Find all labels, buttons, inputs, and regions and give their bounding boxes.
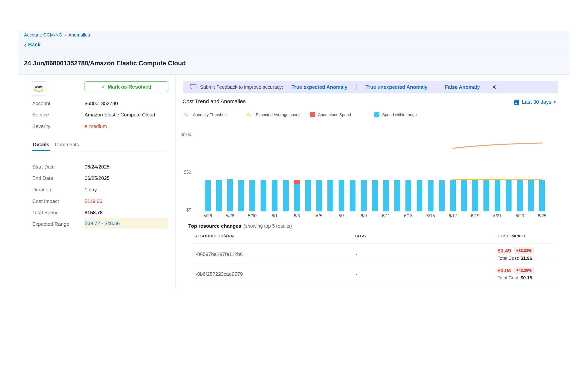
bar-6/9[interactable]: [361, 180, 367, 211]
bar-6/10[interactable]: [372, 180, 378, 211]
bar-6/6[interactable]: [328, 180, 333, 211]
legend-expected-average: Expected Average spend: [246, 112, 300, 118]
x-tick-6/19: 6/19: [466, 213, 484, 218]
active-tab-indicator: [32, 150, 50, 151]
table-divider: [192, 244, 555, 244]
bar-6/25[interactable]: [539, 180, 545, 211]
bar-6/15[interactable]: [428, 180, 434, 211]
bar-6/12[interactable]: [394, 180, 400, 211]
expected-average-line: [453, 180, 542, 180]
within-range-segment: [517, 180, 523, 211]
red-square-icon: [310, 112, 316, 118]
cost-impact-value: $119.06: [84, 198, 102, 204]
within-range-segment: [372, 180, 378, 211]
severity-label: Severity: [32, 123, 50, 129]
date-range-selector[interactable]: Last 30 days ▾: [514, 99, 556, 105]
table-row-resource-id[interactable]: i-06597ba197fe112b6: [194, 251, 243, 257]
bar-6/24[interactable]: [528, 180, 534, 211]
service-value: Amazon Elastic Compute Cloud: [84, 112, 155, 118]
x-tick-6/3: 6/3: [288, 213, 306, 218]
bar-5/29[interactable]: [238, 180, 244, 211]
x-tick-6/13: 6/13: [400, 213, 417, 218]
bar-5/31[interactable]: [260, 180, 266, 211]
mark-as-resolved-button[interactable]: ✓ Mark as Resolved: [84, 82, 168, 92]
within-range-segment: [227, 179, 233, 211]
x-tick-6/23: 6/23: [511, 213, 528, 218]
total-spend-label: Total Spend: [32, 210, 58, 216]
bar-6/4[interactable]: [305, 180, 311, 211]
true-unexpected-anomaly-button[interactable]: True unexpected Anomaly: [366, 84, 428, 90]
bar-6/1[interactable]: [272, 180, 278, 211]
y-tick-50: $50: [178, 170, 191, 175]
calendar-icon: [514, 99, 520, 105]
x-tick-6/11: 6/11: [378, 213, 395, 218]
tab-details[interactable]: Details: [32, 142, 50, 148]
bar-5/28[interactable]: [227, 179, 233, 211]
bar-6/7[interactable]: [338, 180, 344, 211]
close-icon[interactable]: ✕: [492, 84, 496, 90]
x-tick-5/30: 5/30: [244, 213, 261, 218]
bar-5/26[interactable]: [205, 180, 210, 211]
x-tick-6/15: 6/15: [422, 213, 439, 218]
column-tags: TAGS: [354, 234, 366, 238]
bar-6/13[interactable]: [406, 180, 411, 211]
start-date-label: Start Date: [32, 164, 55, 170]
table-title-text: Top resource changes: [188, 223, 241, 229]
within-range-segment: [506, 180, 512, 211]
bar-6/23[interactable]: [517, 180, 523, 211]
anomaly-detail-page: Account: CCM-NG › Anomalies ‹ Back 24 Ju…: [0, 0, 588, 392]
false-anomaly-button[interactable]: False Anomaly: [445, 84, 480, 90]
bar-6/3[interactable]: [294, 180, 300, 211]
account-label: Account: [32, 100, 50, 106]
change-percent-badge: +42.26%: [514, 267, 534, 274]
legend-label: Spend within range: [382, 112, 417, 117]
within-range-segment: [450, 180, 456, 211]
feedback-bar: Submit Feedback to improve accuracy: Tru…: [183, 81, 558, 94]
bar-5/27[interactable]: [216, 180, 222, 211]
y-tick-0: $0: [178, 207, 191, 212]
bar-6/19[interactable]: [472, 180, 478, 211]
table-row-resource-id[interactable]: i-0b6f257223cad9579: [194, 271, 243, 277]
legend-label: Anomaly Threshold: [193, 112, 228, 117]
aws-smile-icon: [34, 89, 44, 92]
bar-6/21[interactable]: [494, 180, 500, 211]
legend-label: Expected Average spend: [256, 112, 300, 117]
within-range-segment: [328, 180, 333, 211]
bar-6/17[interactable]: [450, 180, 456, 211]
bar-6/14[interactable]: [416, 180, 422, 211]
bar-6/11[interactable]: [383, 180, 389, 211]
within-range-segment: [416, 180, 422, 211]
change-percent-badge: +33.33%: [514, 248, 534, 254]
bar-6/5[interactable]: [316, 180, 322, 211]
within-range-segment: [305, 180, 311, 211]
anomalous-segment: [294, 180, 300, 184]
bar-6/22[interactable]: [506, 180, 512, 211]
legend-spend-within-range: Spend within range: [374, 112, 417, 118]
x-tick-6/7: 6/7: [333, 213, 350, 218]
page-title: 24 Jun/868001352780/Amazon Elastic Compu…: [24, 60, 186, 67]
pulse-line-icon: [246, 112, 254, 117]
true-expected-anomaly-button[interactable]: True expected Anomaly: [292, 84, 348, 90]
bar-6/16[interactable]: [439, 180, 445, 211]
feedback-prompt: Submit Feedback to improve accuracy:: [200, 84, 283, 90]
pulse-line-icon: [182, 112, 190, 117]
bar-5/30[interactable]: [250, 180, 255, 211]
within-range-segment: [294, 184, 300, 211]
within-range-segment: [316, 180, 322, 211]
anomaly-threshold-line: [453, 143, 542, 148]
bar-6/2[interactable]: [283, 180, 288, 211]
bar-6/20[interactable]: [484, 180, 489, 211]
within-range-segment: [205, 180, 210, 211]
breadcrumb-account-link[interactable]: Account: CCM-NG: [24, 32, 62, 38]
breadcrumb-anomalies-link[interactable]: Anomalies: [68, 32, 90, 38]
bar-6/8[interactable]: [350, 180, 356, 211]
back-button[interactable]: ‹ Back: [24, 42, 40, 48]
tab-comments[interactable]: Comments: [54, 142, 80, 148]
within-range-segment: [472, 180, 478, 211]
x-tick-6/9: 6/9: [355, 213, 372, 218]
within-range-segment: [272, 180, 278, 211]
chevron-right-icon: ›: [64, 32, 66, 38]
bar-6/18[interactable]: [461, 180, 467, 211]
mark-as-resolved-label: Mark as Resolved: [108, 84, 152, 90]
chart-title: Cost Trend and Anomalies: [182, 98, 246, 104]
